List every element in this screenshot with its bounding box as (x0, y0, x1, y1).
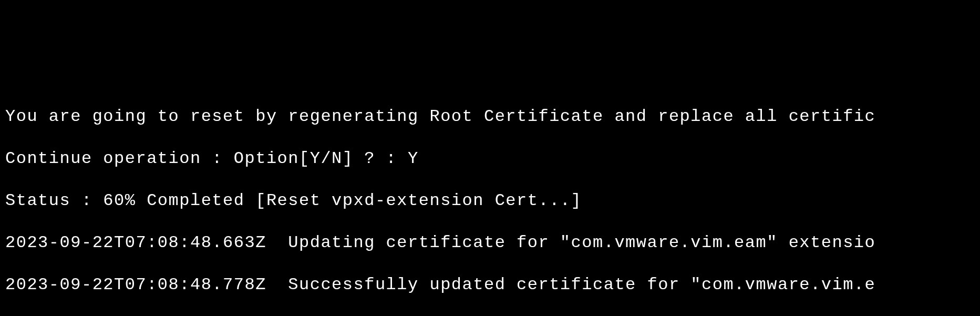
terminal-output: You are going to reset by regenerating R… (5, 85, 975, 316)
terminal-line: Status : 60% Completed [Reset vpxd-exten… (5, 190, 975, 211)
terminal-line: You are going to reset by regenerating R… (5, 106, 975, 127)
terminal-line: 2023-09-22T07:08:48.778Z Successfully up… (5, 274, 975, 295)
terminal-line: Continue operation : Option[Y/N] ? : Y (5, 148, 975, 169)
terminal-line: 2023-09-22T07:08:48.663Z Updating certif… (5, 232, 975, 253)
